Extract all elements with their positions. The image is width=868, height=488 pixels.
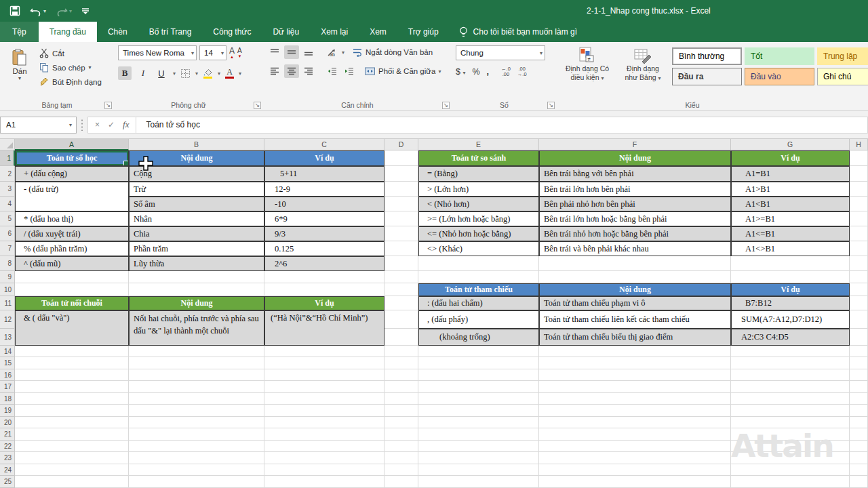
- cell-E11[interactable]: : (dấu hai chấm): [418, 296, 539, 310]
- cell-D25[interactable]: [384, 476, 418, 488]
- tab-review[interactable]: Xem lại: [310, 22, 359, 42]
- cell-H22[interactable]: [850, 441, 868, 452]
- cell-D22[interactable]: [384, 441, 418, 452]
- cell-B3[interactable]: Trừ: [129, 182, 264, 197]
- style-note[interactable]: Ghi chú: [817, 68, 868, 85]
- cell-B11[interactable]: Nội dung: [129, 296, 264, 310]
- paste-button[interactable]: Dán ▾: [4, 45, 35, 97]
- cell-D15[interactable]: [384, 357, 418, 369]
- row-header-24[interactable]: 24: [0, 464, 15, 476]
- cell-F11[interactable]: Toán tử tham chiếu phạm vi ô: [539, 296, 731, 310]
- cell-G9[interactable]: [731, 271, 850, 283]
- cell-B22[interactable]: [129, 441, 264, 452]
- copy-button[interactable]: Sao chép ▾: [39, 62, 102, 73]
- cell-G25[interactable]: [731, 476, 850, 488]
- cell-A19[interactable]: [15, 405, 129, 417]
- cell-H18[interactable]: [850, 393, 868, 405]
- cell-B15[interactable]: [129, 357, 264, 369]
- row-header-23[interactable]: 23: [0, 452, 15, 464]
- cell-D13[interactable]: [384, 329, 418, 346]
- cell-H24[interactable]: [850, 464, 868, 476]
- fill-color-button[interactable]: [203, 68, 213, 79]
- paste-dropdown[interactable]: ▾: [18, 75, 21, 81]
- italic-button[interactable]: I: [136, 66, 150, 80]
- cell-B24[interactable]: [129, 464, 264, 476]
- cell-C21[interactable]: [264, 428, 384, 441]
- cell-E6[interactable]: <= (Nhỏ hơn hoặc bằng): [418, 226, 539, 241]
- tab-formulas[interactable]: Công thức: [202, 22, 262, 42]
- formula-bar-handle[interactable]: [81, 119, 83, 131]
- cell-A11[interactable]: Toán tử nối chuỗi: [15, 296, 129, 310]
- cell-A17[interactable]: [15, 381, 129, 393]
- column-header-E[interactable]: E: [418, 139, 539, 150]
- cell-B23[interactable]: [129, 452, 264, 464]
- cell-F24[interactable]: [539, 464, 731, 476]
- cell-A23[interactable]: [15, 452, 129, 464]
- copy-dropdown[interactable]: ▾: [89, 64, 92, 70]
- cell-E10[interactable]: Toán tử tham chiếu: [418, 283, 539, 296]
- cell-E22[interactable]: [418, 441, 539, 452]
- cell-E8[interactable]: [418, 256, 539, 271]
- cell-E19[interactable]: [418, 405, 539, 417]
- cell-E3[interactable]: > (Lớn hơn): [418, 182, 539, 197]
- cell-F22[interactable]: [539, 441, 731, 452]
- cell-H13[interactable]: [850, 329, 868, 346]
- select-all-corner[interactable]: [0, 139, 15, 150]
- name-box-dropdown[interactable]: ▾: [69, 122, 72, 128]
- cell-B6[interactable]: Chia: [129, 226, 264, 241]
- comma-style-button[interactable]: ,: [487, 67, 489, 77]
- row-header-7[interactable]: 7: [0, 241, 15, 256]
- currency-button[interactable]: $ ▾: [456, 67, 465, 77]
- cell-A3[interactable]: - (dấu trừ): [15, 182, 129, 211]
- row-header-20[interactable]: 20: [0, 417, 15, 428]
- cell-F12[interactable]: Toán tử tham chiếu liên kết các tham chi…: [539, 310, 731, 329]
- cell-F2[interactable]: Bên trái bằng với bên phải: [539, 166, 731, 182]
- style-output[interactable]: Đầu ra: [672, 68, 742, 85]
- cell-D21[interactable]: [384, 428, 418, 441]
- cell-A14[interactable]: [15, 346, 129, 357]
- cell-E16[interactable]: [418, 369, 539, 381]
- style-neutral[interactable]: Trung lập: [817, 47, 868, 65]
- insert-function-button[interactable]: fx: [123, 119, 129, 130]
- cell-G11[interactable]: B7:B12: [731, 296, 850, 310]
- cell-F16[interactable]: [539, 369, 731, 381]
- conditional-formatting-button[interactable]: ≠ Định dạng Có điều kiện ▾: [561, 45, 614, 98]
- cell-D12[interactable]: [384, 310, 418, 329]
- cell-G19[interactable]: [731, 405, 850, 417]
- row-header-4[interactable]: 4: [0, 197, 15, 211]
- cell-B21[interactable]: [129, 428, 264, 441]
- tab-help[interactable]: Trợ giúp: [397, 22, 450, 42]
- row-header-6[interactable]: 6: [0, 226, 15, 241]
- row-header-1[interactable]: 1: [0, 150, 15, 166]
- column-header-F[interactable]: F: [539, 139, 731, 150]
- cell-G16[interactable]: [731, 369, 850, 381]
- cell-H9[interactable]: [850, 271, 868, 283]
- cell-G17[interactable]: [731, 381, 850, 393]
- cell-H1[interactable]: [850, 150, 868, 166]
- row-header-3[interactable]: 3: [0, 182, 15, 197]
- cell-E14[interactable]: [418, 346, 539, 357]
- cell-D16[interactable]: [384, 369, 418, 381]
- cell-G6[interactable]: A1<=B1: [731, 226, 850, 241]
- align-left-button[interactable]: [267, 64, 282, 78]
- cell-G7[interactable]: A1<>B1: [731, 241, 850, 256]
- borders-button[interactable]: [180, 68, 191, 79]
- cancel-button[interactable]: ×: [95, 120, 100, 129]
- cell-A2[interactable]: + (dấu cộng): [15, 166, 129, 182]
- cell-F15[interactable]: [539, 357, 731, 369]
- undo-button[interactable]: ▾: [30, 6, 46, 16]
- cell-C2[interactable]: 5+11: [264, 166, 384, 182]
- cell-H17[interactable]: [850, 381, 868, 393]
- cell-D11[interactable]: [384, 296, 418, 310]
- cell-E13[interactable]: (khoảng trống): [418, 329, 539, 346]
- cell-D20[interactable]: [384, 417, 418, 428]
- grow-font-button[interactable]: A▲: [229, 47, 235, 59]
- increase-indent-button[interactable]: [342, 64, 357, 78]
- cell-A8[interactable]: ^ (dấu mũ): [15, 256, 129, 271]
- style-normal[interactable]: Bình thường: [672, 47, 742, 65]
- cell-C10[interactable]: [264, 283, 384, 296]
- customize-qat-button[interactable]: [81, 7, 90, 15]
- cell-C4[interactable]: -10: [264, 197, 384, 211]
- cell-H3[interactable]: [850, 182, 868, 197]
- name-box[interactable]: A1 ▾: [0, 117, 77, 134]
